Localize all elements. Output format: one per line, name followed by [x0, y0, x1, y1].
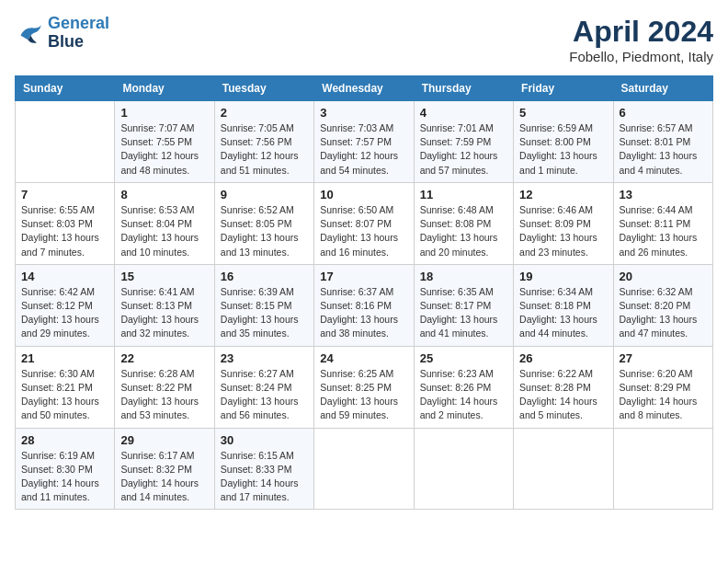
calendar-cell — [314, 428, 414, 510]
calendar-cell — [414, 428, 513, 510]
day-number: 18 — [420, 270, 507, 283]
logo-text: General Blue — [48, 15, 109, 52]
day-number: 26 — [519, 351, 607, 365]
day-info: Sunrise: 6:17 AM Sunset: 8:32 PM Dayligh… — [120, 449, 208, 505]
day-number: 6 — [620, 106, 707, 120]
calendar-cell: 7Sunrise: 6:55 AM Sunset: 8:03 PM Daylig… — [16, 182, 115, 264]
calendar-cell: 12Sunrise: 6:46 AM Sunset: 8:09 PM Dayli… — [514, 182, 613, 264]
day-info: Sunrise: 6:28 AM Sunset: 8:22 PM Dayligh… — [120, 367, 208, 423]
calendar-body: 1Sunrise: 7:07 AM Sunset: 7:55 PM Daylig… — [16, 101, 713, 510]
day-number: 17 — [320, 270, 407, 283]
calendar-cell: 26Sunrise: 6:22 AM Sunset: 8:28 PM Dayli… — [514, 346, 613, 428]
week-row-4: 28Sunrise: 6:19 AM Sunset: 8:30 PM Dayli… — [16, 428, 713, 510]
day-number: 27 — [620, 351, 707, 365]
day-number: 28 — [21, 433, 108, 447]
day-number: 25 — [420, 351, 507, 365]
calendar-cell — [613, 428, 712, 510]
day-info: Sunrise: 7:03 AM Sunset: 7:57 PM Dayligh… — [320, 121, 407, 178]
calendar-cell: 29Sunrise: 6:17 AM Sunset: 8:32 PM Dayli… — [115, 428, 214, 510]
day-info: Sunrise: 6:32 AM Sunset: 8:20 PM Dayligh… — [620, 285, 707, 341]
day-number: 16 — [221, 270, 308, 283]
day-number: 8 — [120, 188, 208, 201]
page-header: General Blue April 2024 Fobello, Piedmon… — [15, 15, 713, 64]
day-info: Sunrise: 6:27 AM Sunset: 8:24 PM Dayligh… — [221, 367, 308, 423]
day-number: 7 — [21, 188, 108, 201]
calendar-cell: 9Sunrise: 6:52 AM Sunset: 8:05 PM Daylig… — [214, 182, 313, 264]
calendar-table: SundayMondayTuesdayWednesdayThursdayFrid… — [15, 75, 713, 510]
calendar-cell — [514, 428, 613, 510]
calendar-cell: 24Sunrise: 6:25 AM Sunset: 8:25 PM Dayli… — [314, 346, 414, 428]
header-saturday: Saturday — [613, 76, 712, 101]
day-number: 29 — [120, 433, 208, 447]
day-info: Sunrise: 6:55 AM Sunset: 8:03 PM Dayligh… — [21, 203, 108, 259]
day-info: Sunrise: 6:23 AM Sunset: 8:26 PM Dayligh… — [420, 367, 507, 423]
header-wednesday: Wednesday — [314, 76, 414, 101]
day-info: Sunrise: 6:48 AM Sunset: 8:08 PM Dayligh… — [420, 203, 507, 259]
main-title: April 2024 — [569, 15, 713, 49]
day-info: Sunrise: 6:35 AM Sunset: 8:17 PM Dayligh… — [420, 285, 507, 341]
day-info: Sunrise: 6:19 AM Sunset: 8:30 PM Dayligh… — [21, 449, 108, 505]
day-info: Sunrise: 6:42 AM Sunset: 8:12 PM Dayligh… — [21, 285, 108, 341]
day-info: Sunrise: 6:15 AM Sunset: 8:33 PM Dayligh… — [221, 449, 308, 505]
day-info: Sunrise: 6:41 AM Sunset: 8:13 PM Dayligh… — [120, 285, 208, 341]
calendar-cell: 18Sunrise: 6:35 AM Sunset: 8:17 PM Dayli… — [414, 264, 513, 346]
day-number: 12 — [519, 188, 607, 201]
calendar-header: SundayMondayTuesdayWednesdayThursdayFrid… — [16, 76, 713, 101]
day-number: 3 — [320, 106, 407, 120]
day-info: Sunrise: 6:52 AM Sunset: 8:05 PM Dayligh… — [221, 203, 308, 259]
calendar-cell: 17Sunrise: 6:37 AM Sunset: 8:16 PM Dayli… — [314, 264, 414, 346]
week-row-2: 14Sunrise: 6:42 AM Sunset: 8:12 PM Dayli… — [16, 264, 713, 346]
header-thursday: Thursday — [414, 76, 513, 101]
day-info: Sunrise: 6:50 AM Sunset: 8:07 PM Dayligh… — [320, 203, 407, 259]
calendar-cell: 23Sunrise: 6:27 AM Sunset: 8:24 PM Dayli… — [214, 346, 313, 428]
day-number: 30 — [221, 433, 308, 447]
day-number: 11 — [420, 188, 507, 201]
day-info: Sunrise: 6:37 AM Sunset: 8:16 PM Dayligh… — [320, 285, 407, 341]
week-row-1: 7Sunrise: 6:55 AM Sunset: 8:03 PM Daylig… — [16, 182, 713, 264]
day-number: 15 — [120, 270, 208, 283]
day-number: 5 — [519, 106, 607, 120]
day-info: Sunrise: 6:22 AM Sunset: 8:28 PM Dayligh… — [519, 367, 607, 423]
day-info: Sunrise: 6:57 AM Sunset: 8:01 PM Dayligh… — [620, 121, 707, 178]
calendar-cell: 3Sunrise: 7:03 AM Sunset: 7:57 PM Daylig… — [314, 101, 414, 183]
day-info: Sunrise: 6:46 AM Sunset: 8:09 PM Dayligh… — [519, 203, 607, 259]
day-number: 10 — [320, 188, 407, 201]
calendar-cell: 2Sunrise: 7:05 AM Sunset: 7:56 PM Daylig… — [214, 101, 313, 183]
calendar-cell: 15Sunrise: 6:41 AM Sunset: 8:13 PM Dayli… — [115, 264, 214, 346]
calendar-cell: 6Sunrise: 6:57 AM Sunset: 8:01 PM Daylig… — [613, 101, 712, 183]
calendar-cell: 22Sunrise: 6:28 AM Sunset: 8:22 PM Dayli… — [115, 346, 214, 428]
calendar-cell: 30Sunrise: 6:15 AM Sunset: 8:33 PM Dayli… — [214, 428, 313, 510]
subtitle: Fobello, Piedmont, Italy — [569, 49, 713, 64]
calendar-cell: 28Sunrise: 6:19 AM Sunset: 8:30 PM Dayli… — [16, 428, 115, 510]
day-info: Sunrise: 6:44 AM Sunset: 8:11 PM Dayligh… — [620, 203, 707, 259]
calendar-cell: 27Sunrise: 6:20 AM Sunset: 8:29 PM Dayli… — [613, 346, 712, 428]
header-tuesday: Tuesday — [214, 76, 313, 101]
day-info: Sunrise: 6:34 AM Sunset: 8:18 PM Dayligh… — [519, 285, 607, 341]
day-info: Sunrise: 6:53 AM Sunset: 8:04 PM Dayligh… — [120, 203, 208, 259]
day-info: Sunrise: 6:25 AM Sunset: 8:25 PM Dayligh… — [320, 367, 407, 423]
day-info: Sunrise: 6:30 AM Sunset: 8:21 PM Dayligh… — [21, 367, 108, 423]
header-sunday: Sunday — [16, 76, 115, 101]
calendar-cell: 10Sunrise: 6:50 AM Sunset: 8:07 PM Dayli… — [314, 182, 414, 264]
calendar-cell: 13Sunrise: 6:44 AM Sunset: 8:11 PM Dayli… — [613, 182, 712, 264]
title-block: April 2024 Fobello, Piedmont, Italy — [569, 15, 713, 64]
calendar-cell: 8Sunrise: 6:53 AM Sunset: 8:04 PM Daylig… — [115, 182, 214, 264]
day-number: 21 — [21, 351, 108, 365]
day-number: 9 — [221, 188, 308, 201]
day-info: Sunrise: 6:20 AM Sunset: 8:29 PM Dayligh… — [620, 367, 707, 423]
week-row-0: 1Sunrise: 7:07 AM Sunset: 7:55 PM Daylig… — [16, 101, 713, 183]
calendar-cell — [16, 101, 115, 183]
day-number: 13 — [620, 188, 707, 201]
day-number: 20 — [620, 270, 707, 283]
day-number: 4 — [420, 106, 507, 120]
day-number: 1 — [120, 106, 208, 120]
calendar-cell: 19Sunrise: 6:34 AM Sunset: 8:18 PM Dayli… — [514, 264, 613, 346]
day-info: Sunrise: 6:39 AM Sunset: 8:15 PM Dayligh… — [221, 285, 308, 341]
day-number: 2 — [221, 106, 308, 120]
calendar-cell: 1Sunrise: 7:07 AM Sunset: 7:55 PM Daylig… — [115, 101, 214, 183]
calendar-cell: 25Sunrise: 6:23 AM Sunset: 8:26 PM Dayli… — [414, 346, 513, 428]
day-number: 23 — [221, 351, 308, 365]
header-friday: Friday — [514, 76, 613, 101]
header-monday: Monday — [115, 76, 214, 101]
calendar-cell: 4Sunrise: 7:01 AM Sunset: 7:59 PM Daylig… — [414, 101, 513, 183]
